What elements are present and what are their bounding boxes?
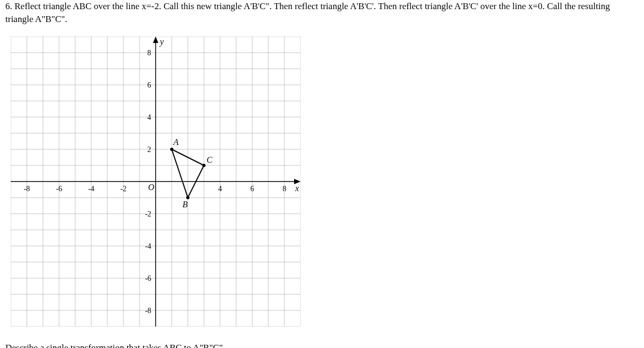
x-tick-label: 4 (218, 185, 222, 193)
point-label-c: C (207, 155, 213, 164)
x-tick-label: 8 (283, 185, 287, 193)
svg-point-36 (170, 148, 173, 151)
y-axis-arrow-icon (153, 37, 158, 43)
x-tick-label: -8 (24, 185, 30, 193)
y-tick-label: -6 (145, 274, 151, 282)
y-tick-label: -8 (145, 307, 151, 315)
question-number: 6. (5, 1, 12, 11)
x-tick-label: -6 (56, 185, 62, 193)
question-text: 6. Reflect triangle ABC over the line x=… (5, 0, 639, 26)
y-tick-label: 2 (148, 146, 151, 154)
y-tick-label: 6 (148, 81, 151, 89)
svg-point-37 (186, 196, 189, 199)
x-tick-label: -4 (88, 185, 94, 193)
graph-svg: -8 -6 -4 -2 4 6 8 8 6 4 2 -2 -4 -6 -8 O … (11, 37, 301, 327)
coordinate-graph: -8 -6 -4 -2 4 6 8 8 6 4 2 -2 -4 -6 -8 O … (11, 37, 301, 327)
final-prompt: Describe a single transformation that ta… (5, 343, 225, 348)
point-label-a: A (173, 137, 179, 147)
svg-point-38 (202, 164, 206, 167)
y-tick-label: -4 (145, 242, 151, 250)
y-tick-label: 8 (148, 49, 151, 57)
question-body: Reflect triangle ABC over the line x=-2.… (5, 1, 610, 24)
x-axis-label: x (295, 184, 299, 193)
triangle-abc: A B C (170, 137, 213, 209)
y-tick-label: 4 (148, 113, 151, 121)
x-tick-label: 6 (251, 185, 254, 193)
y-tick-label: -2 (145, 210, 151, 218)
point-label-b: B (182, 200, 188, 209)
x-tick-label: -2 (120, 185, 127, 193)
y-axis-label: y (159, 37, 164, 47)
origin-label: O (148, 183, 155, 192)
